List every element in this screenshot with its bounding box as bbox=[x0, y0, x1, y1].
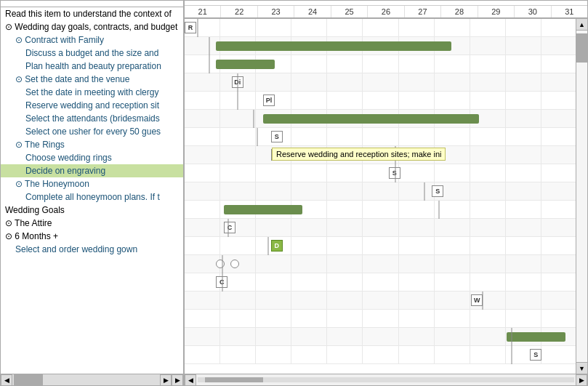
gantt-body: RDiPlSSReserve wedding and reception sit… bbox=[185, 19, 576, 374]
gantt-row-0: R bbox=[185, 19, 576, 37]
gantt-row-3: Di bbox=[185, 73, 576, 92]
gantt-row-5 bbox=[185, 110, 576, 128]
gantt-cell-C-row-14[interactable]: C bbox=[216, 276, 227, 288]
gantt-cell-S-row-8[interactable]: S bbox=[389, 167, 400, 179]
tree-item-18[interactable]: Select and order wedding gown bbox=[1, 243, 183, 256]
left-panel: Read this item to understand the context… bbox=[1, 1, 185, 385]
gantt-scroll-left-btn[interactable]: ◀ bbox=[185, 374, 196, 385]
tree-item-7[interactable]: Reserve wedding and reception sit bbox=[1, 99, 183, 112]
tree-item-16[interactable]: ⊙ The Attire bbox=[1, 217, 183, 230]
tree-item-1[interactable]: ⊙ Wedding day goals, contracts, and budg… bbox=[1, 20, 183, 33]
right-panel: 2122232425262728293031 RDiPlSSReserve we… bbox=[185, 1, 587, 385]
gantt-scroll-right-btn[interactable]: ▶ bbox=[576, 374, 587, 385]
main-container: Read this item to understand the context… bbox=[0, 0, 588, 386]
gantt-row-7: SReserve wedding and reception sites; ma… bbox=[185, 146, 576, 164]
gantt-bar-row-2[interactable] bbox=[216, 60, 275, 69]
gantt-cell-Pl-row-4[interactable]: Pl bbox=[263, 95, 275, 106]
gantt-row-13 bbox=[185, 255, 576, 273]
gantt-row-6: S bbox=[185, 128, 576, 146]
day-cell-22: 22 bbox=[221, 6, 257, 17]
tree-item-2[interactable]: ⊙ Contract with Family bbox=[1, 33, 183, 47]
day-cell-21: 21 bbox=[185, 6, 221, 17]
day-cell-30: 30 bbox=[515, 6, 551, 17]
gantt-row-18: S bbox=[185, 346, 576, 364]
gantt-row-16 bbox=[185, 310, 576, 328]
gantt-row-9: S bbox=[185, 182, 576, 201]
tree-item-17[interactable]: ⊙ 6 Months + bbox=[1, 230, 183, 243]
vertical-scrollbar[interactable]: ▲ ▼ bbox=[576, 19, 587, 374]
gantt-header: 2122232425262728293031 bbox=[185, 1, 587, 19]
tree-item-3[interactable]: Discuss a budget and the size and bbox=[1, 47, 183, 60]
scroll-down-btn[interactable]: ▼ bbox=[576, 362, 587, 374]
gantt-cell-S-row-6[interactable]: S bbox=[271, 131, 283, 142]
month-label bbox=[185, 1, 587, 6]
tree-item-11[interactable]: Choose wedding rings bbox=[1, 151, 183, 164]
scroll-right-btn[interactable]: ▶ bbox=[160, 374, 172, 386]
gantt-row-8: S bbox=[185, 164, 576, 182]
day-cell-24: 24 bbox=[294, 6, 331, 17]
left-header bbox=[1, 1, 183, 7]
scroll-up-btn[interactable]: ▲ bbox=[576, 19, 587, 31]
tree-item-13[interactable]: ⊙ The Honeymoon bbox=[1, 177, 183, 190]
day-cell-29: 29 bbox=[478, 6, 515, 17]
h-scroll-track-left[interactable] bbox=[12, 374, 160, 385]
day-cell-25: 25 bbox=[331, 6, 368, 17]
day-row: 2122232425262728293031 bbox=[185, 6, 587, 18]
v-scroll-thumb[interactable] bbox=[576, 33, 587, 63]
gantt-tooltip: Reserve wedding and reception sites; mak… bbox=[272, 148, 446, 161]
gantt-cell-C-row-11[interactable]: C bbox=[224, 222, 235, 233]
gantt-row-12: D bbox=[185, 237, 576, 255]
tree-item-10[interactable]: ⊙ The Rings bbox=[1, 138, 183, 151]
day-cell-23: 23 bbox=[258, 6, 294, 17]
gantt-row-15: W bbox=[185, 291, 576, 310]
gantt-bar-row-10[interactable] bbox=[224, 205, 302, 214]
gantt-cell-S-row-9[interactable]: S bbox=[432, 185, 443, 197]
tree-content[interactable]: Read this item to understand the context… bbox=[1, 7, 183, 374]
h-scroll-thumb-left[interactable] bbox=[14, 374, 43, 385]
gantt-row-14: C bbox=[185, 273, 576, 291]
gantt-row-10 bbox=[185, 201, 576, 219]
scroll-left-btn[interactable]: ◀ bbox=[1, 374, 12, 386]
tree-item-14[interactable]: Complete all honeymoon plans. If t bbox=[1, 190, 183, 204]
gantt-cell-Di-row-3[interactable]: Di bbox=[232, 76, 243, 88]
gantt-cell-S-row-18[interactable]: S bbox=[530, 349, 541, 361]
gantt-cell-filled-row-12[interactable]: D bbox=[271, 240, 283, 252]
expand-btn[interactable]: ▶ bbox=[172, 374, 183, 386]
tree-item-8[interactable]: Select the attendants (bridesmaids bbox=[1, 112, 183, 125]
day-cell-28: 28 bbox=[441, 6, 478, 17]
gantt-cell-R-row-0[interactable]: R bbox=[185, 22, 196, 33]
tree-item-0[interactable]: Read this item to understand the context… bbox=[1, 7, 183, 20]
gantt-h-scroll-track[interactable] bbox=[198, 377, 574, 382]
gantt-bar-row-17[interactable] bbox=[507, 332, 565, 342]
gantt-h-scroll-thumb[interactable] bbox=[205, 377, 263, 382]
day-cell-26: 26 bbox=[368, 6, 404, 17]
v-scroll-track[interactable] bbox=[576, 31, 587, 362]
gantt-bar-row-5[interactable] bbox=[263, 114, 479, 124]
gantt-bar-row-1[interactable] bbox=[216, 41, 451, 51]
tree-item-4[interactable]: Plan health and beauty preparation bbox=[1, 60, 183, 73]
tree-item-6[interactable]: Set the date in meeting with clergy bbox=[1, 86, 183, 99]
tree-item-15[interactable]: Wedding Goals bbox=[1, 204, 183, 217]
gantt-footer: ◀ ▶ bbox=[185, 374, 587, 385]
tree-item-9[interactable]: Select one usher for every 50 gues bbox=[1, 125, 183, 138]
gantt-cell-W-row-15[interactable]: W bbox=[471, 294, 483, 306]
tree-item-5[interactable]: ⊙ Set the date and the venue bbox=[1, 73, 183, 86]
gantt-row-11: C bbox=[185, 219, 576, 237]
gantt-row-1 bbox=[185, 37, 576, 55]
gantt-row-17 bbox=[185, 328, 576, 346]
gantt-row-4: Pl bbox=[185, 92, 576, 110]
tree-item-12[interactable]: Decide on engraving bbox=[1, 164, 183, 177]
gantt-row-2 bbox=[185, 55, 576, 73]
day-cell-31: 31 bbox=[552, 6, 587, 17]
day-cell-27: 27 bbox=[405, 6, 441, 17]
